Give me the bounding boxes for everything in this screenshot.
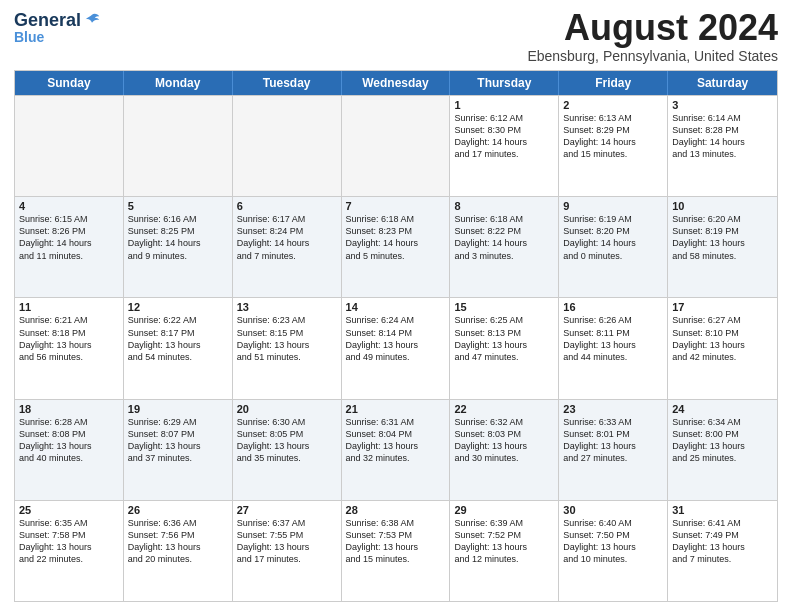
day-number: 27	[237, 504, 337, 516]
calendar-week-5: 25Sunrise: 6:35 AM Sunset: 7:58 PM Dayli…	[15, 500, 777, 601]
day-number: 8	[454, 200, 554, 212]
day-number: 21	[346, 403, 446, 415]
calendar-cell: 15Sunrise: 6:25 AM Sunset: 8:13 PM Dayli…	[450, 298, 559, 398]
day-number: 30	[563, 504, 663, 516]
day-number: 13	[237, 301, 337, 313]
calendar-cell: 8Sunrise: 6:18 AM Sunset: 8:22 PM Daylig…	[450, 197, 559, 297]
calendar-cell: 20Sunrise: 6:30 AM Sunset: 8:05 PM Dayli…	[233, 400, 342, 500]
calendar-cell: 26Sunrise: 6:36 AM Sunset: 7:56 PM Dayli…	[124, 501, 233, 601]
cell-info: Sunrise: 6:21 AM Sunset: 8:18 PM Dayligh…	[19, 314, 119, 363]
logo-bird-icon	[83, 12, 101, 30]
day-number: 14	[346, 301, 446, 313]
calendar-week-1: 1Sunrise: 6:12 AM Sunset: 8:30 PM Daylig…	[15, 95, 777, 196]
header-day-thursday: Thursday	[450, 71, 559, 95]
calendar-cell: 3Sunrise: 6:14 AM Sunset: 8:28 PM Daylig…	[668, 96, 777, 196]
cell-info: Sunrise: 6:24 AM Sunset: 8:14 PM Dayligh…	[346, 314, 446, 363]
cell-info: Sunrise: 6:15 AM Sunset: 8:26 PM Dayligh…	[19, 213, 119, 262]
calendar-cell	[342, 96, 451, 196]
day-number: 17	[672, 301, 773, 313]
cell-info: Sunrise: 6:30 AM Sunset: 8:05 PM Dayligh…	[237, 416, 337, 465]
calendar-cell: 12Sunrise: 6:22 AM Sunset: 8:17 PM Dayli…	[124, 298, 233, 398]
cell-info: Sunrise: 6:35 AM Sunset: 7:58 PM Dayligh…	[19, 517, 119, 566]
calendar-cell: 1Sunrise: 6:12 AM Sunset: 8:30 PM Daylig…	[450, 96, 559, 196]
calendar: SundayMondayTuesdayWednesdayThursdayFrid…	[14, 70, 778, 602]
calendar-cell: 13Sunrise: 6:23 AM Sunset: 8:15 PM Dayli…	[233, 298, 342, 398]
day-number: 7	[346, 200, 446, 212]
header-day-tuesday: Tuesday	[233, 71, 342, 95]
cell-info: Sunrise: 6:25 AM Sunset: 8:13 PM Dayligh…	[454, 314, 554, 363]
cell-info: Sunrise: 6:28 AM Sunset: 8:08 PM Dayligh…	[19, 416, 119, 465]
calendar-cell: 25Sunrise: 6:35 AM Sunset: 7:58 PM Dayli…	[15, 501, 124, 601]
location: Ebensburg, Pennsylvania, United States	[527, 48, 778, 64]
calendar-cell: 30Sunrise: 6:40 AM Sunset: 7:50 PM Dayli…	[559, 501, 668, 601]
month-title: August 2024	[527, 10, 778, 46]
cell-info: Sunrise: 6:13 AM Sunset: 8:29 PM Dayligh…	[563, 112, 663, 161]
header-day-sunday: Sunday	[15, 71, 124, 95]
day-number: 6	[237, 200, 337, 212]
day-number: 23	[563, 403, 663, 415]
cell-info: Sunrise: 6:22 AM Sunset: 8:17 PM Dayligh…	[128, 314, 228, 363]
day-number: 29	[454, 504, 554, 516]
calendar-cell: 19Sunrise: 6:29 AM Sunset: 8:07 PM Dayli…	[124, 400, 233, 500]
calendar-cell: 5Sunrise: 6:16 AM Sunset: 8:25 PM Daylig…	[124, 197, 233, 297]
cell-info: Sunrise: 6:41 AM Sunset: 7:49 PM Dayligh…	[672, 517, 773, 566]
logo-text: General	[14, 10, 101, 31]
calendar-cell: 6Sunrise: 6:17 AM Sunset: 8:24 PM Daylig…	[233, 197, 342, 297]
calendar-cell: 21Sunrise: 6:31 AM Sunset: 8:04 PM Dayli…	[342, 400, 451, 500]
day-number: 2	[563, 99, 663, 111]
day-number: 3	[672, 99, 773, 111]
day-number: 11	[19, 301, 119, 313]
day-number: 20	[237, 403, 337, 415]
day-number: 25	[19, 504, 119, 516]
day-number: 1	[454, 99, 554, 111]
cell-info: Sunrise: 6:39 AM Sunset: 7:52 PM Dayligh…	[454, 517, 554, 566]
cell-info: Sunrise: 6:31 AM Sunset: 8:04 PM Dayligh…	[346, 416, 446, 465]
calendar-cell: 29Sunrise: 6:39 AM Sunset: 7:52 PM Dayli…	[450, 501, 559, 601]
day-number: 31	[672, 504, 773, 516]
header-day-saturday: Saturday	[668, 71, 777, 95]
cell-info: Sunrise: 6:33 AM Sunset: 8:01 PM Dayligh…	[563, 416, 663, 465]
cell-info: Sunrise: 6:38 AM Sunset: 7:53 PM Dayligh…	[346, 517, 446, 566]
calendar-week-3: 11Sunrise: 6:21 AM Sunset: 8:18 PM Dayli…	[15, 297, 777, 398]
cell-info: Sunrise: 6:16 AM Sunset: 8:25 PM Dayligh…	[128, 213, 228, 262]
calendar-cell: 31Sunrise: 6:41 AM Sunset: 7:49 PM Dayli…	[668, 501, 777, 601]
calendar-cell: 24Sunrise: 6:34 AM Sunset: 8:00 PM Dayli…	[668, 400, 777, 500]
day-number: 5	[128, 200, 228, 212]
calendar-cell: 2Sunrise: 6:13 AM Sunset: 8:29 PM Daylig…	[559, 96, 668, 196]
day-number: 10	[672, 200, 773, 212]
calendar-cell: 18Sunrise: 6:28 AM Sunset: 8:08 PM Dayli…	[15, 400, 124, 500]
calendar-cell: 17Sunrise: 6:27 AM Sunset: 8:10 PM Dayli…	[668, 298, 777, 398]
day-number: 15	[454, 301, 554, 313]
calendar-cell: 23Sunrise: 6:33 AM Sunset: 8:01 PM Dayli…	[559, 400, 668, 500]
cell-info: Sunrise: 6:37 AM Sunset: 7:55 PM Dayligh…	[237, 517, 337, 566]
cell-info: Sunrise: 6:23 AM Sunset: 8:15 PM Dayligh…	[237, 314, 337, 363]
cell-info: Sunrise: 6:18 AM Sunset: 8:23 PM Dayligh…	[346, 213, 446, 262]
calendar-cell	[124, 96, 233, 196]
calendar-cell: 16Sunrise: 6:26 AM Sunset: 8:11 PM Dayli…	[559, 298, 668, 398]
cell-info: Sunrise: 6:20 AM Sunset: 8:19 PM Dayligh…	[672, 213, 773, 262]
day-number: 19	[128, 403, 228, 415]
title-block: August 2024 Ebensburg, Pennsylvania, Uni…	[527, 10, 778, 64]
day-number: 18	[19, 403, 119, 415]
calendar-cell: 9Sunrise: 6:19 AM Sunset: 8:20 PM Daylig…	[559, 197, 668, 297]
calendar-cell: 27Sunrise: 6:37 AM Sunset: 7:55 PM Dayli…	[233, 501, 342, 601]
calendar-cell: 28Sunrise: 6:38 AM Sunset: 7:53 PM Dayli…	[342, 501, 451, 601]
header: General Blue August 2024 Ebensburg, Penn…	[14, 10, 778, 64]
calendar-week-2: 4Sunrise: 6:15 AM Sunset: 8:26 PM Daylig…	[15, 196, 777, 297]
page: General Blue August 2024 Ebensburg, Penn…	[0, 0, 792, 612]
cell-info: Sunrise: 6:17 AM Sunset: 8:24 PM Dayligh…	[237, 213, 337, 262]
header-day-monday: Monday	[124, 71, 233, 95]
calendar-cell: 10Sunrise: 6:20 AM Sunset: 8:19 PM Dayli…	[668, 197, 777, 297]
logo-general: General	[14, 10, 81, 31]
cell-info: Sunrise: 6:14 AM Sunset: 8:28 PM Dayligh…	[672, 112, 773, 161]
calendar-cell: 4Sunrise: 6:15 AM Sunset: 8:26 PM Daylig…	[15, 197, 124, 297]
calendar-cell: 14Sunrise: 6:24 AM Sunset: 8:14 PM Dayli…	[342, 298, 451, 398]
calendar-cell	[233, 96, 342, 196]
calendar-header: SundayMondayTuesdayWednesdayThursdayFrid…	[15, 71, 777, 95]
cell-info: Sunrise: 6:40 AM Sunset: 7:50 PM Dayligh…	[563, 517, 663, 566]
cell-info: Sunrise: 6:19 AM Sunset: 8:20 PM Dayligh…	[563, 213, 663, 262]
cell-info: Sunrise: 6:36 AM Sunset: 7:56 PM Dayligh…	[128, 517, 228, 566]
logo-blue-text: Blue	[14, 29, 44, 45]
day-number: 9	[563, 200, 663, 212]
calendar-cell	[15, 96, 124, 196]
